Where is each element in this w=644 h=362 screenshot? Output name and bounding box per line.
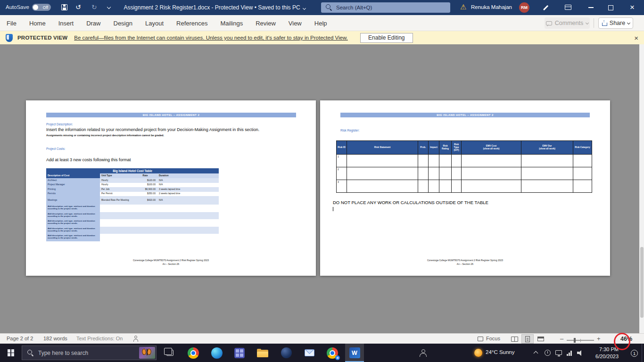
start-button[interactable]	[0, 344, 22, 362]
word-count[interactable]: 182 words	[43, 336, 67, 341]
column-header: Duration	[157, 173, 219, 178]
tab-references[interactable]: References	[176, 20, 207, 27]
zoom-in-button[interactable]: +	[597, 335, 601, 342]
taskbar-word-icon[interactable]: W	[345, 344, 364, 362]
comments-button[interactable]: Comments	[545, 17, 590, 29]
taskbar-search-box[interactable]	[22, 346, 157, 360]
enable-editing-button[interactable]: Enable Editing	[360, 33, 413, 43]
titlebar-search-input[interactable]	[336, 2, 445, 13]
profile-badge: R	[335, 355, 340, 360]
tab-home[interactable]: Home	[29, 20, 46, 27]
search-highlight-butterfly-image[interactable]	[139, 347, 155, 359]
tab-design[interactable]: Design	[114, 20, 132, 27]
cell	[133, 219, 157, 227]
zoom-out-button[interactable]: –	[560, 335, 563, 342]
document-page-2[interactable]: BIG ISLAND HOTEL – ASSIGNMENT 2 Risk Reg…	[320, 100, 610, 276]
taskbar-clock[interactable]: 7:30 PM 6/20/2023	[587, 346, 619, 360]
taskbar-edge-icon[interactable]	[207, 344, 226, 362]
cell	[100, 219, 133, 227]
clock-tray-icon[interactable]	[545, 350, 551, 356]
people-icon	[419, 349, 427, 357]
risk-register-table: Risk ID Risk Statement Prob. Impact Risk…	[336, 140, 592, 193]
taskbar-chrome-icon[interactable]	[184, 344, 203, 362]
cell	[439, 167, 452, 180]
minimize-button[interactable]	[581, 0, 601, 15]
title-bar: AutoSave Off ↺ ↻ Assignment 2 Risk Regis…	[0, 0, 644, 15]
focus-button[interactable]: Focus	[486, 336, 500, 341]
undo-icon[interactable]: ↺	[75, 3, 81, 11]
table-row: Add description, unit type, rate/cost an…	[46, 212, 219, 220]
accessibility-icon[interactable]	[133, 336, 138, 342]
document-page-1[interactable]: BIG ISLAND HOTEL – ASSIGNMENT 2 Project …	[26, 100, 316, 276]
protected-view-message-link[interactable]: Be careful—files from the Internet can c…	[74, 35, 347, 41]
show-hidden-icons-chevron[interactable]	[534, 351, 538, 356]
account-user-name[interactable]: Renuka Mahajan	[471, 4, 512, 10]
restore-button[interactable]	[601, 0, 620, 15]
paragraph: Add at least 3 new costs following this …	[46, 157, 131, 162]
text-predictions-status[interactable]: Text Predictions: On	[76, 336, 123, 341]
autosave-toggle[interactable]: Off	[32, 4, 51, 11]
document-title-text: Assignment 2 Risk Register1.docx - Prote…	[124, 4, 300, 11]
table-row: Add description, unit type, rate/cost an…	[46, 234, 219, 241]
ribbon-tabs: File Home Insert Draw Design Layout Refe…	[7, 15, 327, 31]
page-indicator[interactable]: Page 2 of 2	[7, 336, 33, 341]
read-mode-button[interactable]	[508, 334, 520, 344]
footer-line: Conestoga College MGMT8370 Assignment 2 …	[26, 259, 316, 263]
notification-badge[interactable]: 1	[631, 350, 638, 357]
cell	[439, 155, 452, 167]
tab-file[interactable]: File	[7, 20, 17, 27]
share-button[interactable]: Share	[598, 17, 633, 29]
comment-icon	[546, 21, 552, 25]
table-row: Printing Per Job $6,900.00 3 weeks lapse…	[46, 187, 219, 192]
cell	[429, 167, 439, 180]
taskbar-mail-icon[interactable]	[300, 344, 319, 362]
tab-view[interactable]: View	[289, 20, 302, 27]
web-layout-button[interactable]	[535, 334, 547, 344]
document-title[interactable]: Assignment 2 Risk Register1.docx - Prote…	[113, 0, 316, 15]
weather-widget[interactable]: 24°C Sunny	[471, 344, 524, 362]
zoom-slider[interactable]	[567, 340, 594, 341]
taskbar-search-input[interactable]	[38, 346, 137, 360]
taskbar-file-explorer-icon[interactable]	[253, 344, 272, 362]
taskbar-people-icon[interactable]	[413, 344, 432, 362]
save-icon[interactable]	[61, 4, 67, 10]
ribbon-display-options-icon[interactable]	[565, 5, 571, 10]
scrollbar-thumb[interactable]	[640, 247, 644, 318]
chevron-down-icon	[303, 7, 306, 10]
tab-layout[interactable]: Layout	[145, 20, 164, 27]
pen-icon[interactable]	[542, 4, 550, 11]
print-layout-button[interactable]	[521, 334, 534, 344]
sun-icon	[474, 349, 482, 357]
show-desktop-button[interactable]	[642, 344, 644, 362]
network-icon[interactable]	[567, 350, 573, 356]
taskbar-dark-circle-app-icon[interactable]	[277, 344, 296, 362]
zoom-slider-thumb[interactable]	[574, 338, 576, 343]
redo-icon[interactable]: ↻	[91, 3, 97, 11]
column-header: Risk Statement	[347, 141, 418, 155]
close-icon[interactable]: ×	[634, 34, 638, 42]
cell	[347, 167, 418, 180]
vertical-scrollbar[interactable]	[639, 44, 644, 333]
annotation-circle	[614, 333, 630, 350]
table-row: Add description, unit type, rate/cost an…	[46, 227, 219, 234]
page-banner: BIG ISLAND HOTEL – ASSIGNMENT 2	[340, 113, 590, 117]
quick-access-caret-icon[interactable]	[107, 5, 111, 9]
taskbar-chrome-profile-icon[interactable]: R	[323, 344, 342, 362]
monitor-tray-icon[interactable]	[555, 350, 562, 355]
task-view-button[interactable]	[161, 344, 178, 362]
taskbar-grid-app-icon[interactable]	[230, 344, 249, 362]
avatar[interactable]: RM	[519, 2, 529, 13]
tab-insert[interactable]: Insert	[58, 20, 74, 27]
tab-review[interactable]: Review	[256, 20, 276, 27]
cost-table-title: Big Island Hotel Cost Table	[46, 168, 219, 173]
column-header: Impact	[429, 141, 439, 155]
tab-help[interactable]: Help	[314, 20, 327, 27]
tab-mailings[interactable]: Mailings	[221, 20, 243, 27]
table-row: Add description, unit type, rate/cost an…	[46, 205, 219, 212]
cell: Add description, unit type, rate/cost an…	[46, 234, 100, 241]
close-button[interactable]: ×	[622, 0, 642, 15]
tab-draw[interactable]: Draw	[86, 20, 100, 27]
warning-icon[interactable]: ⚠	[460, 3, 466, 11]
volume-icon[interactable]	[577, 350, 584, 356]
titlebar-search-box[interactable]	[321, 2, 450, 13]
